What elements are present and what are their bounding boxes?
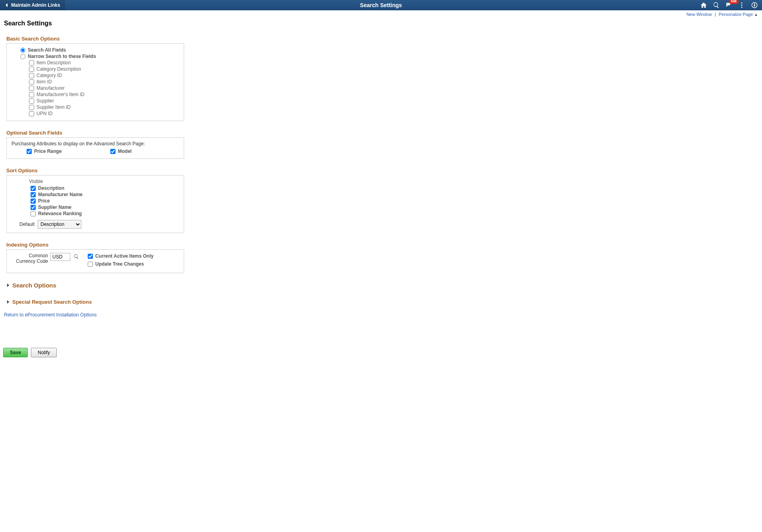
price-range-checkbox[interactable] [27, 149, 32, 154]
sort-supplier-label: Supplier Name [38, 204, 71, 210]
special-request-title: Special Request Search Options [12, 299, 92, 305]
breadcrumb-back[interactable]: Maintain Admin Links [0, 0, 65, 10]
field-category-id-checkbox[interactable] [29, 73, 34, 78]
sort-default-label: Default [19, 222, 35, 227]
sort-price-checkbox[interactable] [31, 199, 36, 204]
indexing-options-title: Indexing Options [6, 242, 762, 248]
field-upn-id-label: UPN ID [37, 111, 53, 116]
special-request-toggle[interactable]: Special Request Search Options [6, 299, 762, 305]
model-checkbox[interactable] [110, 149, 115, 154]
narrow-search-label: Narrow Search to these Fields [28, 54, 96, 59]
optional-search-group: Purchasing Attributes to display on the … [6, 137, 184, 159]
notify-button[interactable]: Notify [31, 348, 57, 357]
field-upn-id-checkbox[interactable] [29, 111, 34, 116]
personalize-page-link[interactable]: Personalize Page [719, 12, 753, 17]
model-label: Model [118, 148, 132, 154]
new-window-link[interactable]: New Window [687, 12, 712, 17]
field-category-id-label: Category ID [37, 73, 62, 78]
caret-up-icon[interactable]: ▲ [754, 12, 758, 17]
sort-manufacturer-label: Manufacturer Name [38, 192, 83, 197]
chevron-left-icon [5, 3, 9, 7]
search-options-title: Search Options [12, 282, 56, 289]
sort-options-group: Visible Description Manufacturer Name Pr… [6, 175, 184, 233]
save-button[interactable]: Save [3, 348, 28, 357]
currency-code-input[interactable] [50, 253, 70, 261]
field-supplier-item-id-label: Supplier Item ID [37, 104, 71, 110]
search-all-radio[interactable] [20, 48, 25, 53]
sort-description-checkbox[interactable] [31, 186, 36, 191]
sort-visible-header: Visible [29, 179, 179, 184]
nav-icon[interactable] [751, 2, 758, 9]
currency-lookup-button[interactable] [73, 253, 80, 260]
sort-relevance-checkbox[interactable] [31, 211, 36, 216]
field-item-id-label: Item ID [37, 79, 52, 85]
narrow-search-radio[interactable] [20, 54, 25, 59]
sort-price-label: Price [38, 198, 50, 204]
sort-supplier-checkbox[interactable] [31, 205, 36, 210]
basic-search-group: Search All Fields Narrow Search to these… [6, 43, 184, 121]
update-tree-checkbox[interactable] [88, 262, 93, 267]
expand-right-icon [6, 300, 10, 304]
field-manufacturer-item-id-checkbox[interactable] [29, 92, 34, 97]
update-tree-label: Update Tree Changes [95, 261, 144, 267]
header-bar: Maintain Admin Links Search Settings 346 [0, 0, 762, 10]
sort-default-select[interactable]: Description [38, 220, 81, 229]
link-separator: | [715, 12, 716, 17]
notifications-icon[interactable]: 346 [725, 2, 733, 9]
actions-menu-icon[interactable] [738, 2, 745, 9]
search-options-toggle[interactable]: Search Options [6, 282, 762, 289]
search-icon [73, 254, 79, 259]
price-range-label: Price Range [34, 148, 62, 154]
field-manufacturer-checkbox[interactable] [29, 86, 34, 91]
active-items-label: Current Active Items Only [95, 253, 154, 259]
field-supplier-label: Supplier [37, 98, 54, 104]
sort-description-label: Description [38, 185, 64, 191]
field-manufacturer-item-id-label: Manufacturer's Item ID [37, 92, 85, 97]
field-manufacturer-label: Manufacturer [37, 85, 65, 91]
sort-manufacturer-checkbox[interactable] [31, 192, 36, 197]
notification-badge: 346 [729, 0, 739, 4]
breadcrumb-label: Maintain Admin Links [11, 2, 60, 8]
field-item-description-checkbox[interactable] [29, 60, 34, 66]
optional-search-message: Purchasing Attributes to display on the … [12, 141, 179, 146]
search-all-label: Search All Fields [28, 47, 66, 53]
optional-search-title: Optional Search Fields [6, 130, 762, 136]
return-link[interactable]: Return to eProcurement Installation Opti… [4, 312, 762, 318]
svg-point-2 [741, 7, 743, 8]
page-title-header: Search Settings [360, 2, 402, 8]
field-category-description-label: Category Description [37, 66, 81, 72]
field-item-description-label: Item Description [37, 60, 71, 66]
svg-point-1 [741, 5, 743, 6]
field-category-description-checkbox[interactable] [29, 67, 34, 72]
currency-code-label: Common Currency Code [12, 253, 48, 264]
basic-search-title: Basic Search Options [6, 36, 762, 42]
field-supplier-checkbox[interactable] [29, 98, 34, 104]
search-icon[interactable] [713, 2, 720, 9]
page-heading: Search Settings [0, 17, 762, 33]
field-item-id-checkbox[interactable] [29, 79, 34, 85]
expand-right-icon [6, 283, 10, 287]
active-items-checkbox[interactable] [88, 254, 93, 259]
sort-relevance-label: Relevance Ranking [38, 211, 82, 216]
page-links-row: New Window | Personalize Page ▲ [0, 10, 762, 17]
sort-options-title: Sort Options [6, 168, 762, 173]
svg-point-0 [741, 2, 743, 4]
indexing-options-group: Common Currency Code Current Active Item… [6, 249, 184, 273]
home-icon[interactable] [700, 2, 707, 9]
field-supplier-item-id-checkbox[interactable] [29, 105, 34, 110]
